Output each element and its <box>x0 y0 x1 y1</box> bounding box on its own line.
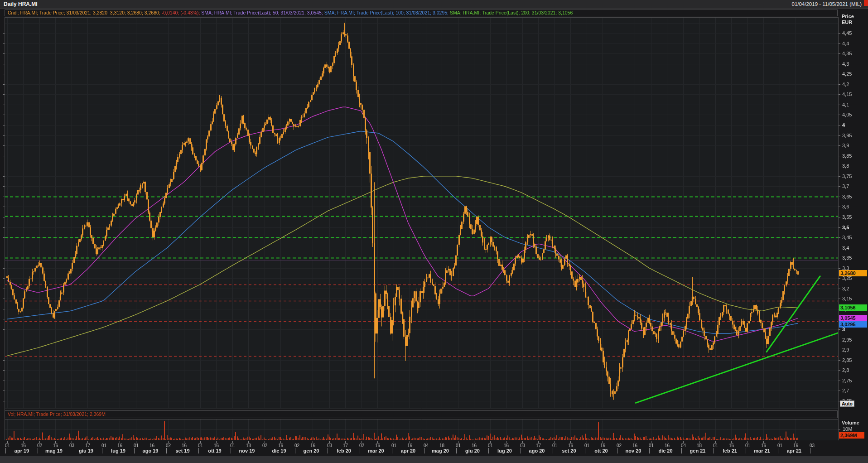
auto-scale-button[interactable]: Auto <box>840 400 854 407</box>
volume-axis-tick-label: 10M <box>843 426 852 432</box>
legend-sma50: SMA; HRA.MI; Trade Price(Last); 50; 31/0… <box>201 10 324 15</box>
legend-sma200: SMA; HRA.MI; Trade Price(Last); 200; 31/… <box>450 10 573 15</box>
legend-change: -0,0140; (-0,43%); <box>162 10 202 15</box>
sma100-price-tag: 3,0295 <box>839 321 867 328</box>
price-axis-title: Price EUR <box>842 14 854 25</box>
volume-legend-text: Vol; HRA.MI; Trade Price; 31/03/2021; 2,… <box>8 411 106 417</box>
chart-title: Daily HRA.MI <box>4 0 38 8</box>
legend-candle: Cndl; HRA.MI; Trade Price; 31/03/2021; 3… <box>8 10 162 15</box>
volume-value-tag: 2,369M <box>839 432 864 439</box>
legend-sma100: SMA; HRA.MI; Trade Price(Last); 100; 31/… <box>324 10 450 15</box>
study-legend[interactable]: Cndl; HRA.MI; Trade Price; 31/03/2021; 3… <box>5 10 838 16</box>
window-titlebar: Daily HRA.MI 01/04/2019 - 11/05/2021 (MI… <box>0 0 868 9</box>
price-chart-canvas[interactable] <box>0 0 868 463</box>
date-range-label: 01/04/2019 - 11/05/2021 (MIL) <box>791 0 862 8</box>
volume-legend[interactable]: Vol; HRA.MI; Trade Price; 31/03/2021; 2,… <box>5 410 838 418</box>
volume-axis-title: Volume <box>842 420 859 426</box>
sma50-price-tag: 3,0545 <box>839 315 867 321</box>
horizontal-scrollbar[interactable] <box>0 456 868 463</box>
alert-corner-icon <box>864 0 868 6</box>
last-price-tag: 3,2680 <box>839 270 867 276</box>
sma200-price-tag: 3,1056 <box>839 304 867 311</box>
